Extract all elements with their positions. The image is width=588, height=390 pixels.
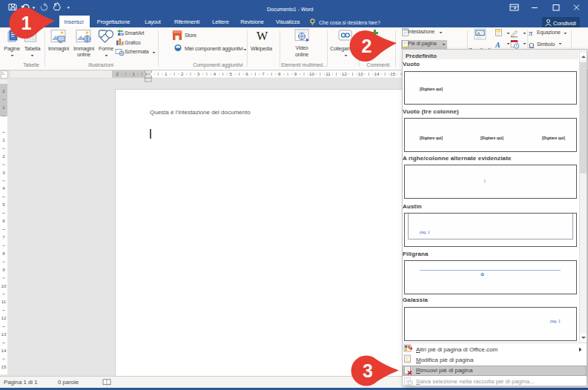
svg-text:2: 2	[362, 36, 372, 56]
svg-text:3: 3	[363, 360, 373, 381]
svg-text:1: 1	[22, 13, 32, 33]
